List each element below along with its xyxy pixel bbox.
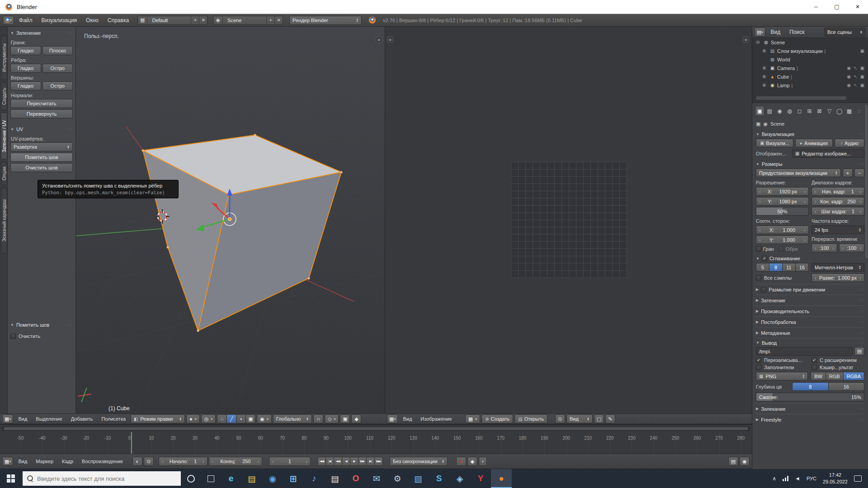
aa-samples-16-button[interactable]: 16 (795, 263, 809, 272)
menu-render[interactable]: Визуализация (38, 14, 81, 26)
taskbar-app-groove[interactable]: ♪ (304, 469, 325, 488)
face-select-button[interactable]: ▪ (236, 414, 246, 423)
frame-step-field[interactable]: ‹ Шаг кадра: 1 › (811, 207, 864, 216)
menu-view[interactable]: Вид (766, 27, 784, 38)
orientation-dropdown[interactable]: Глобально ▲▼ (273, 414, 312, 423)
end-frame-field[interactable]: ‹ Кон. кадр: 250 › (811, 197, 864, 206)
increment-icon[interactable]: › (859, 245, 861, 251)
aa-samples-11-button[interactable]: 11 (782, 263, 796, 272)
verts-sharp-button[interactable]: Остро (42, 81, 73, 90)
viewport-shading-dropdown[interactable]: ●▾ (186, 414, 200, 423)
outliner-row-world[interactable]: ◍ World (752, 55, 868, 64)
panel-header-render[interactable]: ▼ Визуализация ∷∷ (756, 130, 864, 139)
open-image-button[interactable]: ▤Открыть (514, 414, 547, 423)
faces-flat-button[interactable]: Плоско (42, 46, 73, 55)
resolution-y-field[interactable]: ‹ Y: 1080 px › (756, 197, 809, 206)
taskbar-search[interactable] (23, 471, 181, 486)
taskbar-app-document[interactable]: ▤ (325, 469, 345, 488)
increment-icon[interactable]: › (804, 199, 806, 204)
increment-icon[interactable]: › (203, 459, 204, 464)
decrement-icon[interactable]: ‹ (759, 227, 761, 233)
start-button[interactable] (0, 469, 22, 488)
rewind-button[interactable]: ◀◀ (334, 457, 342, 466)
menu-view[interactable]: Вид (399, 414, 415, 424)
search-input[interactable] (37, 475, 176, 482)
properties-scrollbar[interactable] (865, 105, 868, 258)
outliner-row-camera[interactable]: ⊕ ▣ Camera | ◉ ↖ ▣ (752, 64, 868, 72)
layout-delete-button[interactable]: ✕ (199, 16, 207, 24)
properties-tab-texture[interactable]: ▦ (844, 106, 854, 116)
volume-icon[interactable]: ◄ (795, 475, 800, 482)
render-animation-button[interactable]: ▸ Анимация (795, 139, 833, 147)
expand-icon[interactable]: ⊕ (762, 48, 768, 53)
selectability-icon[interactable]: ↖ (854, 83, 857, 88)
menu-view[interactable]: Вид (14, 414, 31, 424)
menu-image[interactable]: Изображение (417, 414, 455, 424)
outliner-row-cube[interactable]: ⊕ ▲ Cube | ◉ ↖ ▣ (752, 72, 868, 81)
current-frame-field[interactable]: ‹ 1 › (269, 457, 311, 466)
editor-type-button[interactable]: ▦▾ (387, 414, 398, 423)
panel-header-bake[interactable]: ▶ Запекание ∷∷ (756, 403, 864, 414)
expand-icon[interactable]: ⊖ (756, 40, 761, 45)
aa-samples-8-button[interactable]: 8 (769, 263, 783, 272)
decrement-icon[interactable]: ‹ (815, 209, 816, 214)
properties-tab-render-layers[interactable]: ▤ (765, 106, 774, 116)
timeline-scrollbar-thumb[interactable] (4, 427, 748, 430)
taskbar-app-paint[interactable]: ◈ (449, 469, 470, 488)
preset-remove-button[interactable]: − (854, 169, 864, 177)
taskbar-app-settings[interactable]: ⚙ (387, 469, 408, 488)
aspect-x-field[interactable]: ‹ X: 1.000 › (756, 225, 809, 234)
menu-file[interactable]: Файл (15, 14, 37, 26)
output-path-field[interactable]: /tmp\ (756, 347, 853, 356)
pivot-dropdown[interactable]: ◎▾ (201, 414, 216, 423)
play-button[interactable]: ▶ (350, 457, 359, 466)
taskbar-app-yandex-browser[interactable]: Y (470, 469, 491, 488)
file-format-dropdown[interactable]: ▦ PNG ▲▼ (756, 372, 808, 380)
record-button[interactable]: ● (456, 457, 466, 466)
tab-shading-uv[interactable]: Затенение / UV (1, 113, 7, 160)
close-button[interactable]: ✕ (847, 0, 868, 14)
render-presets-dropdown[interactable]: Предустановки визуализации ▲▼ (756, 169, 841, 177)
decrement-icon[interactable]: ‹ (759, 237, 761, 243)
layers-icon[interactable]: ▤ (728, 457, 738, 466)
uv-view-dropdown[interactable]: Вид ▲▼ (566, 414, 593, 423)
uv-snap-button[interactable]: ▢ (594, 414, 604, 423)
render-toggle-icon[interactable]: ▣ (860, 83, 864, 88)
panel-header-shading[interactable]: ▼ Затенение ∷∷ (10, 28, 73, 38)
properties-tab-constraints[interactable]: ⊞ (805, 106, 814, 116)
task-view-button[interactable] (201, 469, 221, 488)
menu-help[interactable]: Справка (104, 14, 133, 26)
vertex-select-button[interactable]: ∴ (217, 414, 227, 423)
preview-range-button[interactable]: ◐ (132, 457, 142, 466)
outliner-row-scene[interactable]: ⊖ ◍ Scene (752, 38, 868, 47)
play-reverse-button[interactable]: ◀ (342, 457, 350, 466)
expand-icon[interactable]: ⊕ (762, 74, 768, 79)
occlude-geometry-button[interactable]: ▣ (245, 414, 255, 423)
start-frame-field[interactable]: ‹ Нач. кадр: 1 › (811, 187, 864, 196)
taskbar-app-skype[interactable]: S (429, 469, 449, 488)
increment-icon[interactable]: › (859, 189, 861, 194)
new-image-button[interactable]: ⊕Создать (481, 414, 513, 423)
tab-create[interactable]: Создать (1, 82, 7, 110)
scene-delete-button[interactable]: ✕ (274, 16, 283, 24)
cache-result-checkbox[interactable] (811, 365, 817, 370)
decrement-icon[interactable]: ‹ (212, 459, 214, 464)
end-frame-field[interactable]: ‹ Конец: 250 › (209, 457, 262, 466)
properties-tab-render[interactable]: ▣ (755, 106, 764, 116)
panel-header-output[interactable]: ▼ Вывод ∷∷ (756, 338, 864, 347)
aa-size-field[interactable]: ‹ Разме: 1.000 px › (811, 273, 864, 282)
image-browse-dropdown[interactable]: ▦▾ (465, 414, 480, 423)
panel-header-performance[interactable]: ▶ Производительность ∷∷ (756, 305, 864, 316)
properties-tab-scene[interactable]: ◉ (775, 106, 784, 116)
panel-header-antialiasing[interactable]: ▼ ✓ Сглаживание ∷∷ (756, 254, 864, 263)
render-still-button[interactable]: ▣ Визуали... (756, 139, 793, 147)
opengl-render-button[interactable]: ▣ (340, 414, 350, 423)
prev-keyframe-button[interactable]: |◀ (326, 457, 334, 466)
taskbar-app-edge[interactable]: e (221, 469, 241, 488)
layout-browse-icon[interactable]: ▦ (138, 16, 147, 24)
increment-icon[interactable]: › (804, 227, 806, 233)
menu-search[interactable]: Поиск (785, 27, 808, 38)
decrement-icon[interactable]: ‹ (272, 459, 274, 464)
increment-icon[interactable]: › (306, 459, 307, 464)
area-split-widget-icon[interactable]: + (387, 37, 393, 43)
